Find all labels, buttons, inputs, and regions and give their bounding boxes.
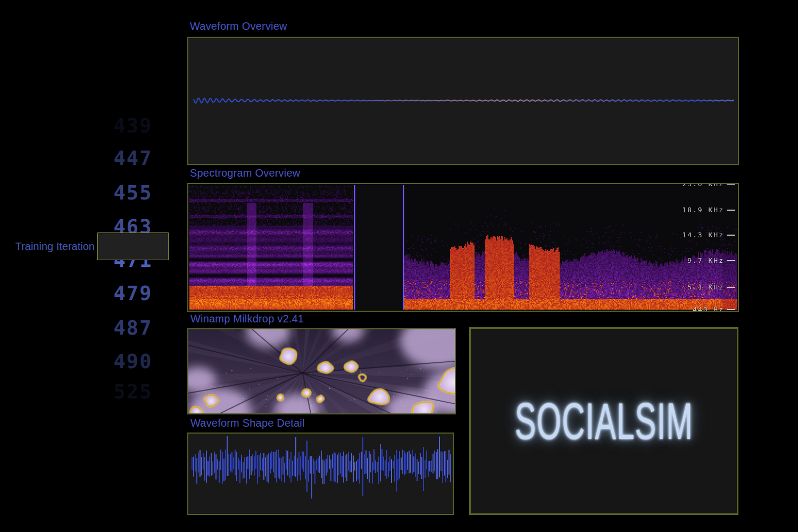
frequency-tick-dash	[727, 287, 735, 288]
waveform-overview-panel	[187, 37, 739, 165]
waveform-overview-canvas	[188, 38, 738, 164]
waveform-detail-title: Waveform Shape Detail	[190, 417, 305, 429]
frequency-tick-text: 5.1 KHz	[687, 283, 724, 291]
frequency-tick: 14.3 KHz	[682, 231, 735, 239]
iteration-value[interactable]: 447	[97, 148, 169, 168]
waveform-detail-panel	[187, 433, 454, 515]
frequency-tick: 440 Hz	[693, 305, 735, 312]
frequency-tick-dash	[727, 309, 735, 310]
iteration-selector[interactable]: 439447455463471479487490525	[97, 0, 169, 532]
training-iteration-label: Training Iteration	[12, 240, 95, 253]
frequency-tick-text: 18.9 KHz	[682, 206, 724, 214]
iteration-selection-box	[97, 232, 169, 260]
socialsim-panel: SOCIALSIM	[469, 327, 738, 515]
frequency-tick-text: 23.0 KHz	[682, 183, 724, 188]
milkdrop-title: Winamp Milkdrop v2.41	[190, 313, 304, 325]
frequency-tick-dash	[727, 210, 735, 211]
iteration-value[interactable]: 487	[97, 318, 169, 338]
socialsim-logo-text: SOCIALSIM	[514, 392, 693, 451]
waveform-overview-title: Waveform Overview	[190, 20, 287, 32]
frequency-tick-dash	[727, 260, 735, 261]
frequency-tick-dash	[727, 184, 735, 185]
spectrogram-panel: 23.0 KHz18.9 KHz14.3 KHz9.7 KHz5.1 KHz44…	[187, 183, 739, 312]
frequency-tick-text: 9.7 KHz	[687, 256, 724, 264]
waveform-detail-canvas	[188, 434, 453, 514]
frequency-tick-text: 14.3 KHz	[682, 231, 724, 239]
milkdrop-panel	[187, 328, 456, 414]
frequency-tick-dash	[727, 235, 735, 236]
frequency-tick: 9.7 KHz	[687, 256, 735, 264]
iteration-value[interactable]: 479	[97, 284, 169, 303]
spectrogram-canvas	[188, 184, 738, 311]
frequency-tick-text: 440 Hz	[693, 305, 724, 312]
iteration-value[interactable]: 525	[97, 382, 169, 402]
iteration-value[interactable]: 439	[97, 116, 169, 136]
milkdrop-visualization-canvas	[188, 329, 455, 413]
frequency-tick: 5.1 KHz	[687, 283, 735, 291]
iteration-value[interactable]: 490	[97, 352, 169, 371]
iteration-value[interactable]: 455	[97, 183, 169, 203]
frequency-tick: 23.0 KHz	[682, 183, 735, 188]
frequency-tick: 18.9 KHz	[682, 206, 735, 214]
spectrogram-title: Spectrogram Overview	[190, 167, 300, 179]
